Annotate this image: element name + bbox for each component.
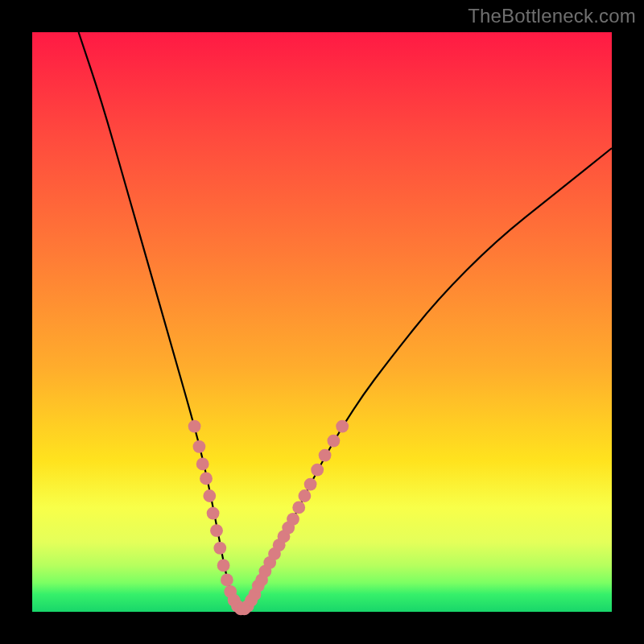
marker-point [213, 542, 226, 555]
watermark-text: TheBottleneck.com [468, 5, 636, 27]
marker-point [207, 507, 220, 520]
marker-point [203, 489, 216, 502]
marker-point [304, 478, 317, 491]
marker-point [210, 524, 223, 537]
marker-point [188, 420, 201, 433]
marker-point [299, 489, 312, 502]
marker-point [336, 420, 349, 433]
marker-point [200, 473, 213, 485]
highlight-markers [188, 420, 349, 616]
marker-point [292, 502, 305, 514]
marker-point [196, 458, 209, 471]
curve-svg [32, 32, 612, 612]
plot-area [32, 32, 612, 612]
marker-point [217, 559, 230, 572]
chart-frame: TheBottleneck.com [0, 0, 644, 644]
marker-point [221, 574, 233, 587]
marker-point [328, 435, 341, 448]
marker-point [319, 449, 332, 462]
marker-point [193, 440, 206, 453]
bottleneck-curve [79, 32, 612, 608]
marker-point [287, 513, 299, 526]
marker-point [311, 464, 324, 477]
